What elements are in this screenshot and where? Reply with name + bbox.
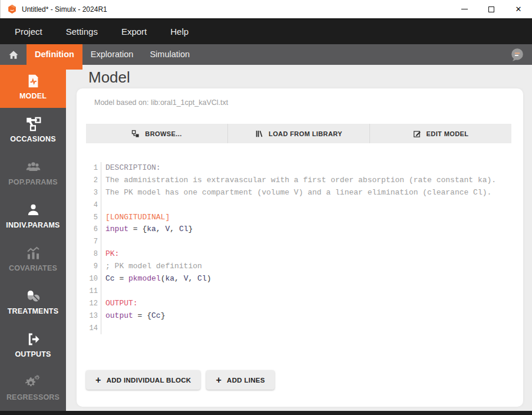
sidebar-item-label: POP.PARAMS <box>8 178 58 186</box>
menu-item-help[interactable]: Help <box>170 27 189 37</box>
code-segment: } <box>188 225 193 233</box>
code-line[interactable]: OUTPUT: <box>101 298 138 310</box>
sidebar-item-outputs[interactable]: OUTPUTS <box>0 323 66 366</box>
code-segment: = { <box>133 311 151 320</box>
code-segment: Cl <box>197 274 207 283</box>
code-segment: The administration is extravascular with… <box>105 176 496 185</box>
editor-line: 2The administration is extravascular wit… <box>86 174 522 187</box>
sidebar-item-label: OCCASIONS <box>10 135 56 143</box>
sidebar-item-treatments[interactable]: TREATMENTS <box>0 280 66 323</box>
covariates-icon <box>25 245 41 261</box>
line-number: 8 <box>86 248 101 261</box>
line-number: 9 <box>86 261 101 273</box>
code-segment: ka <box>165 274 174 283</box>
messages-icon <box>510 47 525 62</box>
pop-params-icon <box>25 159 41 175</box>
edit-model-button-label: EDIT MODEL <box>427 130 469 137</box>
code-line[interactable]: [LONGITUDINAL] <box>101 212 170 224</box>
code-segment: , <box>156 225 166 233</box>
line-number: 2 <box>86 174 101 187</box>
sidebar-item-regressors[interactable]: REGRESSORS <box>0 366 66 409</box>
home-button[interactable] <box>0 44 27 65</box>
code-segment: = <box>115 274 128 283</box>
tab-simulation[interactable]: Simulation <box>141 44 198 65</box>
code-segment: input <box>105 225 128 233</box>
edit-model-button[interactable]: EDIT MODEL <box>369 124 511 143</box>
code-segment: , <box>188 274 197 283</box>
maximize-icon <box>488 6 494 12</box>
editor-line: 3The PK model has one compartment (volum… <box>86 187 522 199</box>
sidebar-item-indiv-params[interactable]: INDIV.PARAMS <box>0 194 66 237</box>
close-button[interactable]: ✕ <box>505 0 532 18</box>
home-icon <box>8 49 19 61</box>
model-based-on-label: Model based on: lib:oral1_1cpt_kaVCl.txt <box>94 98 228 107</box>
window-title: Untitled* - Simulx - 2024R1 <box>22 5 107 14</box>
code-segment: ka <box>147 225 156 233</box>
sidebar-item-pop-params[interactable]: POP.PARAMS <box>0 151 66 194</box>
code-line[interactable]: The administration is extravascular with… <box>101 174 496 187</box>
line-number: 13 <box>86 310 101 322</box>
sidebar-item-occasions[interactable]: OCCASIONS <box>0 108 66 151</box>
main-content: Model Model based on: lib:oral1_1cpt_kaV… <box>66 65 532 411</box>
browse-button-label: BROWSE... <box>145 130 181 137</box>
editor-line: 7 <box>86 236 522 248</box>
code-segment: OUTPUT: <box>105 299 138 308</box>
line-number: 3 <box>86 187 101 199</box>
menu-bar: Project Settings Export Help <box>0 18 532 44</box>
tab-definition[interactable]: Definition <box>27 44 82 70</box>
code-line[interactable]: Cc = pkmodel(ka, V, Cl) <box>101 273 212 285</box>
menu-item-settings[interactable]: Settings <box>66 27 98 37</box>
messages-button[interactable] <box>510 47 525 62</box>
browse-files-icon <box>131 130 140 138</box>
code-segment: } <box>161 311 166 320</box>
browse-button[interactable]: BROWSE... <box>86 124 227 143</box>
sidebar: MODELOCCASIONSPOP.PARAMSINDIV.PARAMSCOVA… <box>0 65 66 411</box>
code-line[interactable]: input = {ka, V, Cl} <box>101 223 193 236</box>
load-from-library-button[interactable]: LOAD FROM LIBRARY <box>227 124 369 143</box>
sidebar-item-covariates[interactable]: COVARIATES <box>0 237 66 280</box>
line-number: 12 <box>86 298 101 310</box>
window-bottom-edge <box>0 411 532 415</box>
add-individual-block-button[interactable]: + ADD INDIVIDUAL BLOCK <box>86 370 200 390</box>
title-bar: Untitled* - Simulx - 2024R1 ✕ <box>0 0 532 18</box>
line-number: 4 <box>86 199 101 212</box>
line-number: 1 <box>86 162 101 174</box>
tab-bar: Definition Exploration Simulation <box>0 44 532 65</box>
line-number: 7 <box>86 236 101 248</box>
code-segment: , <box>170 225 179 233</box>
minimize-button[interactable] <box>451 0 478 18</box>
editor-line: 1DESCRIPTION: <box>86 162 522 174</box>
regressors-icon <box>25 374 41 390</box>
maximize-button[interactable] <box>478 0 505 18</box>
code-editor[interactable]: 1DESCRIPTION:2The administration is extr… <box>86 162 522 334</box>
editor-line: 4 <box>86 199 522 212</box>
editor-line: 11 <box>86 285 522 298</box>
sidebar-item-model[interactable]: MODEL <box>0 65 66 108</box>
editor-actions: + ADD INDIVIDUAL BLOCK + ADD LINES <box>86 370 275 390</box>
editor-line: 6input = {ka, V, Cl} <box>86 223 522 236</box>
sidebar-item-label: MODEL <box>19 92 47 100</box>
menu-item-export[interactable]: Export <box>121 27 147 37</box>
page-title: Model <box>88 68 130 87</box>
code-line[interactable]: DESCRIPTION: <box>101 162 161 174</box>
code-line[interactable]: PK: <box>101 248 119 261</box>
code-segment: PK: <box>105 249 119 258</box>
add-individual-block-label: ADD INDIVIDUAL BLOCK <box>107 377 191 384</box>
code-line[interactable]: ; PK model definition <box>101 261 202 273</box>
simulx-logo-icon <box>7 4 17 14</box>
sidebar-item-label: OUTPUTS <box>15 350 51 358</box>
library-books-icon <box>255 130 263 138</box>
indiv-params-icon <box>25 202 41 218</box>
editor-line: 5[LONGITUDINAL] <box>86 212 522 224</box>
line-number: 6 <box>86 223 101 236</box>
sidebar-item-label: INDIV.PARAMS <box>6 221 60 229</box>
code-line[interactable]: output = {Cc} <box>101 310 165 322</box>
menu-item-project[interactable]: Project <box>15 27 42 37</box>
add-lines-button[interactable]: + ADD LINES <box>206 370 274 390</box>
code-segment: [LONGITUDINAL] <box>105 213 170 222</box>
occasions-icon <box>25 116 41 132</box>
editor-line: 12OUTPUT: <box>86 298 522 310</box>
code-line[interactable]: The PK model has one compartment (volume… <box>101 187 491 199</box>
code-segment: ; PK model definition <box>105 262 202 271</box>
tab-exploration[interactable]: Exploration <box>82 44 142 65</box>
